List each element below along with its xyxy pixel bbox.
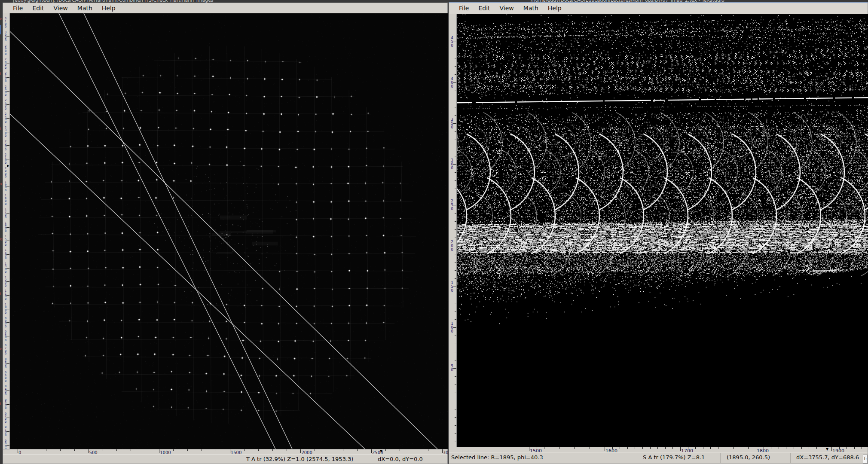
cursor-x-marker: ▼ (826, 448, 828, 451)
menu-help[interactable]: Help (543, 4, 566, 12)
ruler-label: 200 (450, 240, 454, 252)
ruler-minor-tick (847, 447, 847, 449)
menu-math[interactable]: Math (519, 4, 543, 12)
ruler-label: 2500 (3, 99, 8, 110)
ruler-label: 1900 (3, 181, 8, 192)
ruler-minor-tick (455, 156, 456, 156)
ruler-minor-tick (455, 360, 456, 360)
ruler-minor-tick (455, 270, 456, 271)
ruler-minor-tick (455, 433, 456, 434)
ruler-label: 2200 (3, 140, 8, 151)
desktop-background: [eddy@eighteen]: /Docs/CAO/PTA/Hartmann/… (0, 0, 868, 464)
ruler-minor-tick (455, 352, 456, 352)
menu-view[interactable]: View (495, 4, 519, 12)
ruler-label: 1800 (3, 194, 8, 205)
ruler-label: 2800 (3, 58, 8, 69)
ruler-minor-tick (357, 449, 358, 451)
ruler-minor-tick (786, 447, 786, 449)
ruler-label: 0600 (3, 358, 8, 369)
menu-file[interactable]: File (454, 4, 474, 12)
status-cursor-coords: (1895.0, 260.5) (727, 452, 770, 463)
ruler-label: 100 (450, 322, 454, 333)
ruler-minor-tick (272, 449, 273, 451)
ruler-minor-tick (703, 447, 703, 449)
ruler-minor-tick (627, 447, 628, 449)
left-status-bar: T A tr (32.9%) Z=1.0 (2574.5, 1953.3) dX… (3, 455, 447, 464)
ruler-minor-tick (455, 99, 456, 99)
menu-file[interactable]: File (8, 4, 28, 12)
ruler-minor-tick (455, 425, 456, 426)
ruler-label: 0400 (3, 385, 8, 396)
ruler-label: 2300 (3, 126, 8, 137)
status-mode: S A tr (179.7%) Z=8.1 (643, 452, 705, 463)
bg-fragment-corner: T: (863, 455, 868, 464)
ruler-minor-tick (455, 295, 456, 295)
ruler-label: 1600 (3, 222, 8, 233)
ruler-label: 1700 (3, 208, 8, 219)
ruler-minor-tick (103, 449, 103, 451)
ruler-minor-tick (455, 58, 456, 58)
ruler-minor-tick (455, 66, 456, 67)
ruler-minor-tick (455, 417, 456, 418)
ruler-minor-tick (567, 447, 567, 449)
sinogram-image-canvas[interactable] (457, 14, 868, 447)
ruler-minor-tick (455, 344, 456, 344)
ruler-minor-tick (597, 447, 597, 449)
menu-edit[interactable]: Edit (28, 4, 49, 12)
ruler-label: 0700 (3, 344, 8, 355)
ruler-minor-tick (582, 447, 582, 449)
left-menu-bar: File Edit View Math Help (3, 3, 447, 14)
ruler-minor-tick (455, 254, 456, 254)
ruler-minor-tick (816, 447, 817, 449)
hartmann-image-canvas[interactable] (10, 13, 448, 449)
ruler-minor-tick (455, 148, 456, 148)
ruler-major-tick (18, 449, 18, 453)
ruler-minor-tick (455, 91, 456, 91)
menu-help[interactable]: Help (97, 4, 120, 12)
ruler-minor-tick (665, 447, 666, 449)
ruler-label: 250 (450, 199, 454, 211)
ruler-label: 1000 (3, 303, 8, 314)
menu-math[interactable]: Math (73, 4, 97, 12)
hartmann-image-window: File Edit View Math Help ▶ 3100300029002… (3, 3, 448, 464)
ruler-label: 3100 (3, 17, 8, 28)
ruler-minor-tick (455, 401, 456, 401)
ruler-minor-tick (741, 447, 741, 449)
ruler-minor-tick (145, 449, 145, 451)
right-menu-bar: File Edit View Math Help (449, 3, 868, 14)
status-separator (790, 453, 791, 463)
ruler-minor-tick (672, 447, 673, 449)
ruler-minor-tick (657, 447, 658, 449)
ruler-minor-tick (116, 449, 117, 451)
menu-view[interactable]: View (49, 4, 73, 12)
ruler-minor-tick (620, 447, 620, 449)
ruler-label: 150 (450, 281, 454, 293)
ruler-minor-tick (455, 238, 456, 238)
ruler-minor-tick (779, 447, 779, 449)
ruler-minor-tick (202, 449, 202, 451)
ruler-label: 1200 (3, 276, 8, 287)
ruler-label: 2700 (3, 72, 8, 83)
ruler-minor-tick (258, 449, 259, 451)
ruler-minor-tick (455, 262, 456, 263)
left-vertical-ruler: ▶ 31003000290028002700260025002400230022… (3, 13, 10, 449)
ruler-minor-tick (455, 319, 456, 320)
ruler-minor-tick (455, 107, 456, 107)
ruler-minor-tick (544, 447, 544, 449)
ruler-major-tick (371, 449, 372, 453)
ruler-label: 50 (450, 364, 454, 372)
ruler-minor-tick (60, 449, 61, 451)
ruler-minor-tick (455, 140, 456, 140)
menu-edit[interactable]: Edit (474, 4, 495, 12)
ruler-label: 1300 (3, 263, 8, 274)
ruler-minor-tick (642, 447, 643, 449)
ruler-label: 2400 (3, 113, 8, 124)
ruler-label: 1400 (3, 249, 8, 260)
ruler-minor-tick (187, 449, 188, 451)
ruler-minor-tick (455, 189, 456, 189)
ruler-minor-tick (559, 447, 559, 449)
ruler-minor-tick (809, 447, 809, 449)
ruler-major-tick (159, 449, 159, 453)
ruler-minor-tick (46, 449, 46, 451)
ruler-minor-tick (748, 447, 749, 449)
